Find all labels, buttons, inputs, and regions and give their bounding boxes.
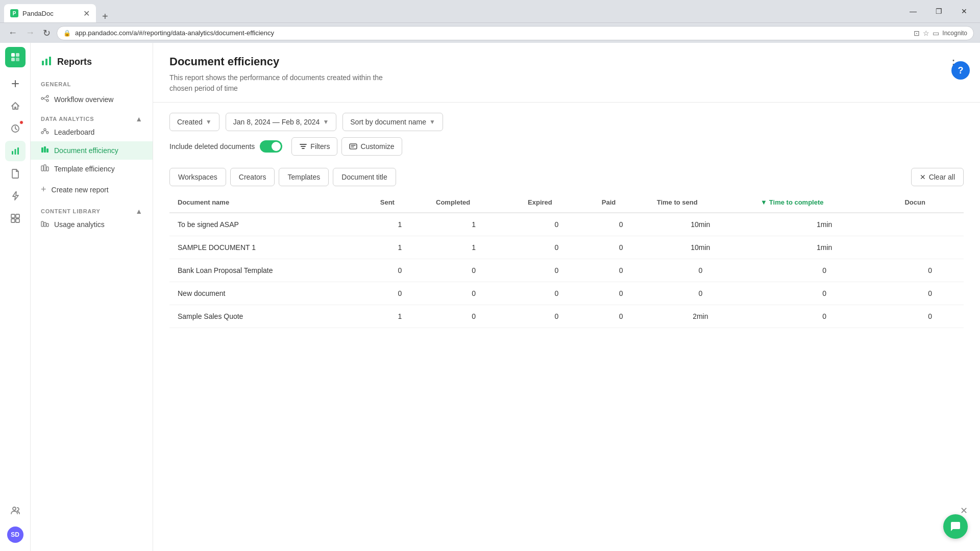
leaderboard-item[interactable]: Leaderboard	[31, 123, 153, 141]
collapse-data-analytics-button[interactable]: ▲	[135, 115, 142, 123]
document-sidebar-item[interactable]	[5, 163, 26, 184]
activity-badge	[19, 120, 23, 124]
minimize-button[interactable]: —	[901, 3, 925, 19]
svg-rect-13	[16, 219, 19, 222]
clear-all-button[interactable]: ✕ Clear all	[911, 168, 964, 186]
cell-sent-2: 0	[372, 259, 428, 282]
created-filter-button[interactable]: Created ▼	[169, 113, 219, 131]
cell-time-to-complete-0: 1min	[752, 213, 896, 236]
col-paid[interactable]: Paid	[594, 192, 649, 213]
create-new-report-label: Create new report	[52, 186, 109, 194]
filter-actions: Filters Customize	[291, 137, 402, 156]
customize-label: Customize	[360, 142, 394, 151]
page-title: Document efficiency	[169, 55, 383, 68]
general-section-label: General	[31, 73, 153, 90]
creators-tab[interactable]: Creators	[230, 168, 275, 186]
svg-rect-33	[46, 167, 48, 171]
svg-point-23	[44, 129, 46, 131]
svg-line-21	[43, 97, 46, 99]
customize-button[interactable]: Customize	[341, 137, 402, 156]
template-efficiency-item[interactable]: Template efficiency	[31, 160, 153, 178]
sidebar-toggle-icon[interactable]: ▭	[933, 29, 939, 37]
back-button[interactable]: ←	[6, 26, 19, 40]
brand-logo[interactable]	[5, 47, 26, 67]
svg-rect-9	[17, 147, 19, 155]
document-efficiency-icon	[41, 145, 49, 156]
avatar-initials: SD	[11, 531, 19, 538]
activity-sidebar-item[interactable]	[5, 118, 26, 139]
document-efficiency-item[interactable]: Document efficiency	[31, 141, 153, 160]
content-library-label: Content Library	[41, 208, 101, 214]
col-time-to-send[interactable]: Time to send	[649, 192, 752, 213]
collapse-content-library-button[interactable]: ▲	[135, 207, 142, 215]
cell-time-to-send-1: 10min	[649, 236, 752, 259]
cell-document-4: 0	[896, 305, 964, 328]
cell-sent-1: 1	[372, 236, 428, 259]
reports-sidebar-item[interactable]	[5, 141, 26, 161]
cell-doc-name-4: Sample Sales Quote	[169, 305, 372, 328]
help-button[interactable]: ?	[951, 61, 970, 80]
active-tab[interactable]: P PandaDoc ✕	[4, 4, 96, 22]
cell-expired-0: 0	[520, 213, 594, 236]
cell-expired-3: 0	[520, 282, 594, 305]
col-time-to-complete[interactable]: ▼ Time to complete	[752, 192, 896, 213]
address-bar-icons: ⊡ ☆ ▭ Incognito	[914, 29, 967, 37]
svg-rect-30	[46, 148, 48, 153]
chat-close-button[interactable]: ✕	[960, 505, 968, 516]
toggle-row: Include deleted documents Filters Custom…	[153, 137, 980, 162]
sort-label: Sort by document name	[350, 118, 426, 126]
create-new-report-item[interactable]: + Create new report	[31, 180, 153, 199]
workflow-overview-item[interactable]: Workflow overview	[31, 90, 153, 109]
usage-analytics-item[interactable]: Usage analytics	[31, 215, 153, 234]
svg-rect-31	[41, 166, 43, 171]
sort-button[interactable]: Sort by document name ▼	[342, 113, 443, 131]
close-button[interactable]: ✕	[952, 3, 976, 19]
templates-tab[interactable]: Templates	[279, 168, 329, 186]
cell-sent-3: 0	[372, 282, 428, 305]
col-completed[interactable]: Completed	[428, 192, 520, 213]
add-sidebar-item[interactable]	[5, 73, 26, 94]
user-avatar[interactable]: SD	[7, 527, 23, 543]
clear-all-x-icon: ✕	[920, 173, 926, 181]
home-sidebar-item[interactable]	[5, 96, 26, 116]
created-arrow-icon: ▼	[206, 118, 212, 126]
col-expired[interactable]: Expired	[520, 192, 594, 213]
toggle-slider	[260, 140, 282, 153]
refresh-button[interactable]: ↻	[41, 26, 53, 41]
new-tab-button[interactable]: +	[98, 11, 112, 22]
cell-expired-4: 0	[520, 305, 594, 328]
svg-line-27	[45, 131, 47, 132]
workspaces-tab[interactable]: Workspaces	[169, 168, 226, 186]
users-sidebar-item[interactable]	[5, 500, 26, 520]
svg-rect-36	[46, 223, 48, 227]
grid-sidebar-item[interactable]	[5, 208, 26, 229]
nav-sidebar: Reports General Workflow overview Data A…	[31, 43, 153, 551]
document-title-tab[interactable]: Document title	[333, 168, 396, 186]
svg-rect-3	[16, 58, 19, 61]
svg-rect-12	[11, 219, 15, 222]
svg-point-20	[46, 99, 48, 102]
maximize-button[interactable]: ❐	[927, 3, 950, 19]
date-range-button[interactable]: Jan 8, 2024 — Feb 8, 2024 ▼	[226, 113, 337, 131]
col-document-name[interactable]: Document name	[169, 192, 372, 213]
page-header: Document efficiency This report shows th…	[153, 43, 980, 103]
browser-chrome: P PandaDoc ✕ + — ❐ ✕	[0, 0, 980, 22]
data-analytics-label: Data Analytics	[41, 116, 94, 122]
address-bar[interactable]: 🔒 app.pandadoc.com/a/#/reporting/data-an…	[57, 26, 974, 40]
forward-button[interactable]: →	[23, 26, 37, 40]
lightning-sidebar-item[interactable]	[5, 186, 26, 206]
tab-close-button[interactable]: ✕	[83, 9, 90, 18]
filters-icon	[299, 142, 307, 151]
col-sent[interactable]: Sent	[372, 192, 428, 213]
workflow-overview-label: Workflow overview	[54, 95, 113, 104]
document-efficiency-label: Document efficiency	[54, 146, 118, 155]
bookmark-icon[interactable]: ☆	[923, 29, 929, 37]
include-deleted-toggle[interactable]	[260, 140, 282, 153]
cell-expired-1: 0	[520, 236, 594, 259]
chat-widget-button[interactable]	[943, 514, 968, 539]
table-container: Document name Sent Completed Expired Pai	[153, 192, 980, 328]
filters-button[interactable]: Filters	[291, 137, 337, 156]
data-analytics-section-header: Data Analytics ▲	[31, 109, 153, 123]
col-document[interactable]: Docun	[896, 192, 964, 213]
cell-paid-2: 0	[594, 259, 649, 282]
